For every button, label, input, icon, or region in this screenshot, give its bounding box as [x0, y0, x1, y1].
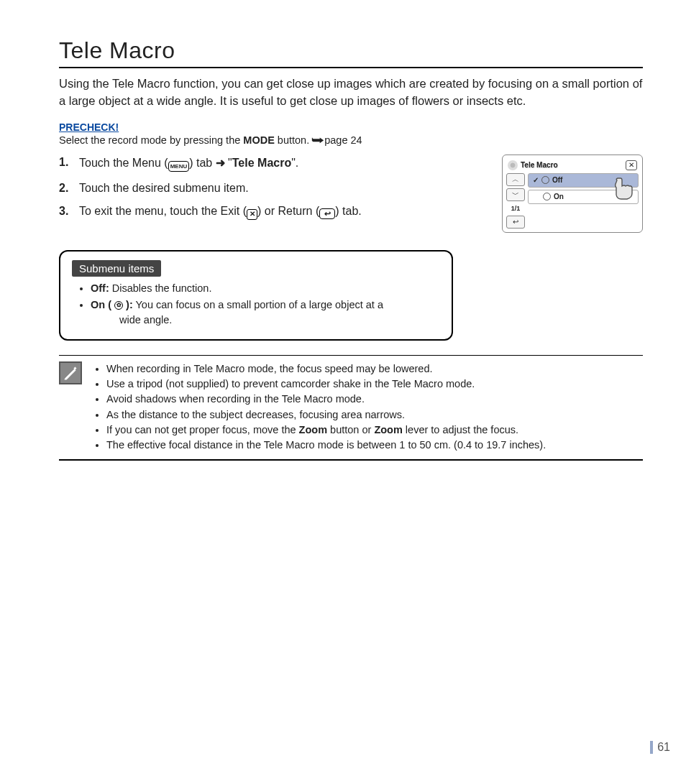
scroll-up-icon: ︿ — [506, 173, 525, 186]
note-icon — [59, 361, 82, 384]
note-item: Avoid shadows when recording in the Tele… — [106, 392, 643, 406]
precheck-description: Select the record mode by pressing the M… — [59, 134, 643, 146]
submenu-heading: Submenu items — [72, 260, 161, 277]
precheck-label: PRECHECK! — [59, 121, 643, 133]
option-on-row: On — [528, 190, 639, 204]
screen-title: Tele Macro — [521, 161, 558, 169]
note-item: Use a tripod (not supplied) to prevent c… — [106, 377, 643, 391]
note-item: If you can not get proper focus, move th… — [106, 423, 643, 437]
step-1: 1. Touch the Menu (MENU) tab ➜ "Tele Mac… — [59, 156, 480, 172]
note-item: As the distance to the subject decreases… — [106, 407, 643, 422]
flower-icon — [508, 160, 518, 170]
notes-section: When recording in Tele Macro mode, the f… — [59, 355, 643, 461]
scroll-down-icon: ﹀ — [506, 188, 525, 201]
check-icon: ✓ — [533, 176, 539, 184]
menu-icon: MENU — [168, 161, 190, 172]
flower-icon — [541, 176, 549, 184]
note-item: When recording in Tele Macro mode, the f… — [106, 361, 643, 376]
submenu-item-on: On ( ): You can focus on a small portion… — [91, 298, 440, 328]
submenu-box: Submenu items Off: Disables the function… — [59, 250, 453, 341]
flower-icon — [543, 193, 551, 200]
arrow-icon: ➜ — [216, 157, 225, 169]
flower-icon — [114, 301, 123, 310]
return-icon: ↩ — [319, 208, 335, 219]
page-number: 61 — [650, 741, 670, 754]
arrow-icon: ➥ — [312, 134, 325, 146]
steps-list: 1. Touch the Menu (MENU) tab ➜ "Tele Mac… — [59, 156, 480, 230]
exit-icon: ✕ — [247, 209, 257, 220]
option-off-row: ✓ Off — [528, 173, 639, 188]
page-indicator: 1/1 — [506, 203, 525, 213]
step-3: 3. To exit the menu, touch the Exit (✕) … — [59, 205, 480, 220]
screen-diagram: Tele Macro ✕ ︿ ﹀ 1/1 ↩ ✓ Off — [502, 155, 643, 233]
step-2: 2. Touch the desired submenu item. — [59, 182, 480, 195]
return-icon: ↩ — [506, 216, 525, 229]
close-icon: ✕ — [626, 160, 637, 170]
note-item: The effective focal distance in the Tele… — [106, 438, 643, 452]
page-title: Tele Macro — [59, 37, 643, 68]
intro-paragraph: Using the Tele Macro function, you can g… — [59, 75, 643, 110]
submenu-item-off: Off: Disables the function. — [91, 281, 440, 296]
